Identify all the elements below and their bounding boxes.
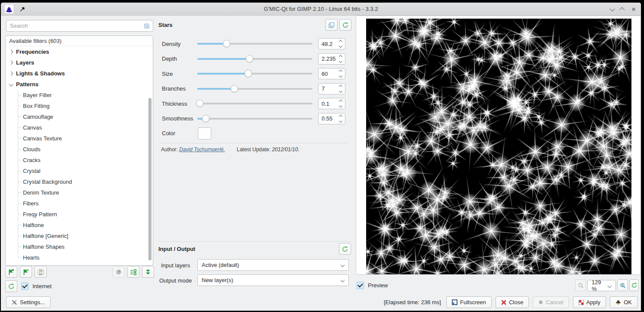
spin-up-icon[interactable] <box>339 115 342 118</box>
chevron-collapsed-icon[interactable] <box>9 72 13 76</box>
param-spinbox[interactable]: 0.1 <box>318 98 345 109</box>
spin-up-icon[interactable] <box>339 55 342 58</box>
param-slider[interactable] <box>197 115 312 123</box>
io-reset-button[interactable] <box>339 243 351 255</box>
divider <box>160 143 348 143</box>
filter-item[interactable]: Halftone [Generic] <box>6 231 153 241</box>
window-title: G'MIC-Qt for GIMP 2.10 - Linux 64 bits -… <box>1 6 641 12</box>
titlebar[interactable]: G'MIC-Qt for GIMP 2.10 - Linux 64 bits -… <box>1 3 641 16</box>
zoom-in-button[interactable] <box>617 280 628 291</box>
ok-button[interactable]: OK <box>610 296 638 308</box>
spin-down-icon[interactable] <box>339 104 342 107</box>
chevron-collapsed-icon[interactable] <box>9 61 13 65</box>
filter-item[interactable]: Cracks <box>6 155 153 166</box>
spin-down-icon[interactable] <box>339 74 342 78</box>
zoom-level-combo[interactable]: 129 % <box>587 280 616 291</box>
filter-item[interactable]: Halftone <box>6 220 153 231</box>
filter-item[interactable]: Fibers <box>6 198 153 209</box>
close-label: Close <box>509 299 523 306</box>
refresh-filters-button[interactable] <box>5 280 17 292</box>
search-input[interactable] <box>6 23 143 29</box>
add-fave-button[interactable] <box>5 266 17 278</box>
expand-collapse-button[interactable] <box>142 266 154 278</box>
input-layers-select[interactable]: Active (default) <box>197 259 349 271</box>
chevron-collapsed-icon[interactable] <box>9 50 13 54</box>
output-mode-select[interactable]: New layer(s) <box>197 274 349 286</box>
spin-up-icon[interactable] <box>339 85 342 88</box>
filter-item[interactable]: Crystal Background <box>6 176 153 187</box>
filter-item[interactable]: Crystal <box>6 166 153 176</box>
spin-down-icon[interactable] <box>339 44 342 48</box>
output-mode-label: Output mode <box>159 277 192 284</box>
slider-handle[interactable] <box>231 85 238 92</box>
filter-item[interactable]: Camouflage <box>6 111 153 122</box>
apply-button[interactable]: Apply <box>573 296 606 308</box>
param-spinbox[interactable]: 0.55 <box>318 113 345 124</box>
slider-handle[interactable] <box>246 55 253 62</box>
spin-up-icon[interactable] <box>339 100 342 103</box>
param-slider[interactable] <box>197 55 312 63</box>
filter-visibility-button[interactable] <box>127 266 139 278</box>
filter-item[interactable]: Box Fitting <box>6 101 153 111</box>
slider-handle[interactable] <box>196 100 203 107</box>
param-spinbox[interactable]: 2.235 <box>318 53 345 65</box>
gmic-window: G'MIC-Qt for GIMP 2.10 - Linux 64 bits -… <box>1 3 641 311</box>
param-label: Smoothness <box>162 115 193 122</box>
param-value: 0.55 <box>319 115 339 122</box>
filter-item[interactable]: Canvas Texture <box>6 133 153 144</box>
filter-item[interactable]: Hearts <box>6 252 153 263</box>
preview-image[interactable] <box>366 19 631 274</box>
maximize-icon[interactable] <box>619 7 625 13</box>
chevron-expanded-icon[interactable] <box>9 82 13 87</box>
filter-item[interactable]: Canvas <box>6 122 153 133</box>
author-label: Author: <box>161 146 178 153</box>
internet-checkbox[interactable] <box>21 283 29 290</box>
param-spinbox[interactable]: 48.2 <box>318 38 345 49</box>
reset-params-button[interactable] <box>339 19 351 31</box>
spin-up-icon[interactable] <box>339 40 342 43</box>
chevron-down-icon <box>341 263 345 267</box>
filter-category[interactable]: Patterns <box>6 79 153 90</box>
copy-command-button[interactable] <box>325 19 338 31</box>
spin-down-icon[interactable] <box>339 59 342 63</box>
author-link[interactable]: David Tschumperlé. <box>179 146 225 153</box>
slider-handle[interactable] <box>223 40 230 47</box>
remove-fave-button[interactable] <box>20 266 32 278</box>
close-window-icon[interactable]: × <box>631 6 636 13</box>
chevron-down-icon <box>608 283 612 288</box>
settings-button[interactable]: Settings... <box>6 296 51 308</box>
zoom-out-button <box>575 280 586 291</box>
preview-label: Preview <box>368 282 388 289</box>
param-spinbox[interactable]: 7 <box>318 83 345 94</box>
settings-label: Settings... <box>20 299 45 306</box>
filter-item[interactable]: Freqy Pattern <box>6 209 153 220</box>
param-row: Depth2.235 <box>158 52 351 67</box>
spin-down-icon[interactable] <box>339 89 342 93</box>
filter-list-header: Available filters (603) <box>6 36 153 46</box>
filter-category[interactable]: Lights & Shadows <box>6 68 153 79</box>
spin-up-icon[interactable] <box>339 70 342 73</box>
search-icon[interactable] <box>143 23 150 29</box>
filter-category[interactable]: Layers <box>6 57 153 68</box>
color-picker-button[interactable] <box>198 127 211 140</box>
param-slider[interactable] <box>197 85 312 93</box>
rename-fave-button[interactable]: AbcDef <box>35 266 47 278</box>
preview-checkbox[interactable] <box>357 282 364 289</box>
spin-down-icon[interactable] <box>339 119 342 123</box>
filter-list-scrollbar[interactable] <box>148 98 151 260</box>
slider-handle[interactable] <box>245 70 252 77</box>
filter-item[interactable]: Bayer Filter <box>6 90 153 101</box>
filter-item[interactable]: Denim Texture <box>6 187 153 198</box>
filter-category[interactable]: Frequencies <box>6 46 153 57</box>
filter-item[interactable]: Halftone Shapes <box>6 241 153 252</box>
param-slider[interactable] <box>197 70 312 78</box>
refresh-preview-button[interactable] <box>629 280 639 291</box>
param-spinbox[interactable]: 60 <box>318 68 345 79</box>
fullscreen-button[interactable]: Fullscreen <box>446 296 492 308</box>
param-slider[interactable] <box>197 40 312 48</box>
close-button[interactable]: Close <box>496 296 529 308</box>
slider-handle[interactable] <box>202 115 209 122</box>
minimize-icon[interactable] <box>610 6 615 11</box>
param-slider[interactable] <box>197 100 312 107</box>
filter-item[interactable]: Clouds <box>6 144 153 155</box>
